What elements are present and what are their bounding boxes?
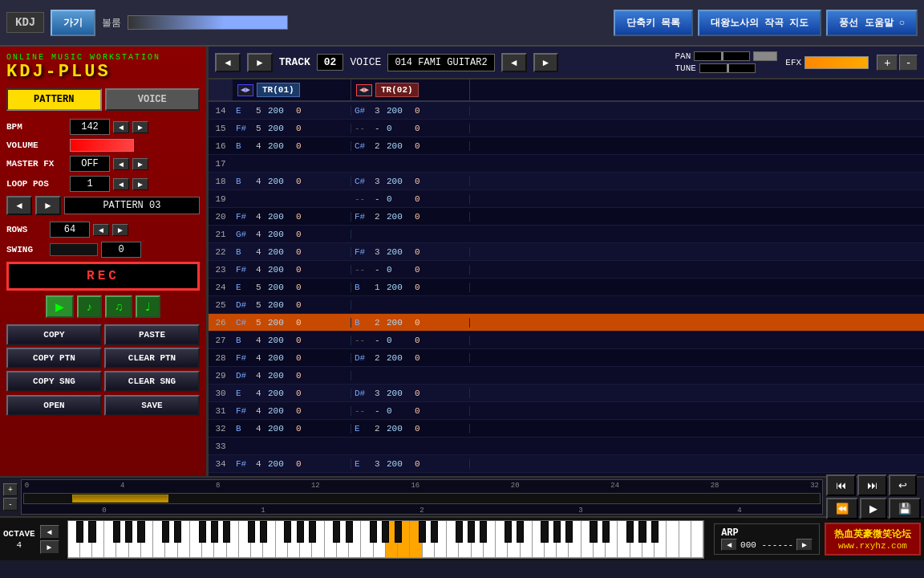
black-key[interactable] [651, 521, 659, 543]
bpm-up-btn[interactable]: ► [132, 121, 148, 133]
black-key[interactable] [590, 521, 597, 543]
play-btn-2[interactable]: ♪ [77, 295, 102, 318]
white-key[interactable] [691, 521, 703, 558]
black-key[interactable] [113, 521, 120, 543]
tr02-cell[interactable]: D#32000 [351, 389, 470, 398]
rec-button[interactable]: REC [6, 262, 200, 291]
tr01-cell[interactable]: E42000 [233, 389, 351, 398]
tr01-cell[interactable]: B42000 [233, 141, 351, 151]
track-prev-btn[interactable]: ◄ [215, 53, 241, 72]
paste-button[interactable]: PASTE [104, 324, 200, 345]
black-key[interactable] [370, 521, 377, 543]
loop-pos-up-btn[interactable]: ► [132, 178, 148, 190]
octave-up-btn[interactable]: ► [40, 540, 59, 554]
black-key[interactable] [260, 521, 267, 543]
black-key[interactable] [468, 521, 475, 543]
table-row[interactable]: 21G#42000 [209, 226, 924, 243]
efx-plus-btn[interactable]: + [877, 55, 898, 71]
table-row[interactable]: 34F#42000E32000 [209, 455, 924, 473]
timeline-thumb[interactable] [72, 495, 168, 503]
master-fx-down-btn[interactable]: ◄ [113, 158, 129, 170]
play-btn-4[interactable]: ♩ [136, 295, 160, 318]
tr02-cell[interactable]: B12000 [351, 283, 470, 292]
table-row[interactable]: 33 [209, 438, 924, 455]
composition-guide-button[interactable]: 대왕노사의 작곡 지도 [698, 10, 821, 36]
efx-minus-btn[interactable]: - [899, 55, 918, 71]
tr02-cell[interactable]: F#32000 [351, 247, 470, 257]
black-key[interactable] [395, 521, 402, 543]
black-key[interactable] [505, 521, 512, 543]
pattern-next-btn[interactable]: ► [35, 196, 61, 215]
arp-prev-btn[interactable]: ◄ [721, 539, 737, 551]
table-row[interactable]: 18B42000C#32000 [209, 173, 924, 190]
black-key[interactable] [199, 521, 206, 543]
black-key[interactable] [626, 521, 634, 543]
tr01-cell[interactable]: F#42000 [233, 353, 351, 363]
black-key[interactable] [480, 521, 487, 543]
table-row[interactable]: 14E52000G#32000 [209, 102, 924, 120]
pan-slider[interactable] [694, 51, 750, 61]
transport-ff-btn[interactable]: ⏭ [857, 474, 887, 496]
volume-bar[interactable] [70, 139, 134, 152]
table-row[interactable]: 31F#42000---00 [209, 402, 924, 420]
tr01-cell[interactable]: B42000 [233, 247, 351, 257]
black-key[interactable] [553, 521, 561, 543]
table-row[interactable]: 29D#42000 [209, 367, 924, 385]
tr02-cell[interactable]: B22000 [351, 318, 470, 328]
octave-down-btn[interactable]: ◄ [40, 525, 59, 539]
save-button[interactable]: SAVE [104, 395, 200, 416]
copy-ptn-button[interactable]: COPY PTN [6, 348, 102, 368]
rows-up-btn[interactable]: ► [112, 224, 128, 236]
black-key[interactable] [602, 521, 610, 543]
voice-prev-btn[interactable]: ◄ [501, 53, 527, 72]
black-key[interactable] [517, 521, 524, 543]
black-key[interactable] [382, 521, 389, 543]
timeline-minus-btn[interactable]: - [3, 498, 18, 511]
table-row[interactable]: 25D#52000 [209, 296, 924, 314]
black-key[interactable] [297, 521, 304, 543]
black-key[interactable] [431, 521, 438, 543]
shortcut-button[interactable]: 단축키 목록 [614, 10, 693, 36]
seq-body[interactable]: 14E52000G#3200015F#52000---0016B42000C#2… [209, 102, 924, 476]
table-row[interactable]: 35G#42000---00 [209, 473, 924, 476]
swing-slider[interactable] [50, 243, 98, 256]
transport-prev-btn[interactable]: ⏪ [826, 498, 858, 519]
black-key[interactable] [419, 521, 426, 543]
loop-pos-down-btn[interactable]: ◄ [113, 178, 129, 190]
tr01-cell[interactable]: C#52000 [233, 318, 351, 328]
black-key[interactable] [309, 521, 316, 543]
tr02-cell[interactable]: G#32000 [351, 106, 470, 116]
white-key[interactable] [679, 521, 691, 558]
table-row[interactable]: 32B42000E22000 [209, 420, 924, 438]
timeline-track[interactable]: 0 4 8 12 16 20 24 28 32 0 1 2 3 4 [21, 479, 823, 515]
black-key[interactable] [541, 521, 548, 543]
transport-play-btn[interactable]: ▶ [860, 498, 887, 519]
black-key[interactable] [162, 521, 169, 543]
tr01-cell[interactable]: F#42000 [233, 212, 351, 222]
transport-save-btn[interactable]: 💾 [889, 498, 921, 519]
table-row[interactable]: 30E42000D#32000 [209, 385, 924, 402]
tr01-cell[interactable]: F#42000 [233, 406, 351, 416]
tr02-cell[interactable]: ---00 [351, 265, 470, 275]
black-key[interactable] [125, 521, 132, 543]
tr02-cell[interactable]: D#22000 [351, 353, 470, 363]
table-row[interactable]: 17 [209, 155, 924, 173]
back-button[interactable]: 가기 [51, 10, 95, 36]
transport-loop-btn[interactable]: ↩ [889, 474, 917, 496]
tr01-cell[interactable]: F#52000 [233, 124, 351, 133]
tr02-cell[interactable]: C#32000 [351, 177, 470, 186]
table-row[interactable]: 27B42000---00 [209, 332, 924, 349]
tr02-cell[interactable]: ---00 [351, 194, 470, 204]
pattern-tab[interactable]: PATTERN [6, 88, 102, 111]
tr02-cell[interactable]: ---00 [351, 124, 470, 133]
black-key[interactable] [174, 521, 181, 543]
timeline-scrollbar[interactable] [23, 493, 821, 504]
clear-sng-button[interactable]: CLEAR SNG [104, 371, 200, 392]
tr01-cell[interactable]: F#42000 [233, 459, 351, 469]
tr02-cell[interactable]: E32000 [351, 459, 470, 469]
black-key[interactable] [211, 521, 218, 543]
tr02-cell[interactable]: ---00 [351, 406, 470, 416]
black-key[interactable] [248, 521, 255, 543]
table-row[interactable]: 23F#42000---00 [209, 261, 924, 279]
clear-ptn-button[interactable]: CLEAR PTN [104, 348, 200, 368]
